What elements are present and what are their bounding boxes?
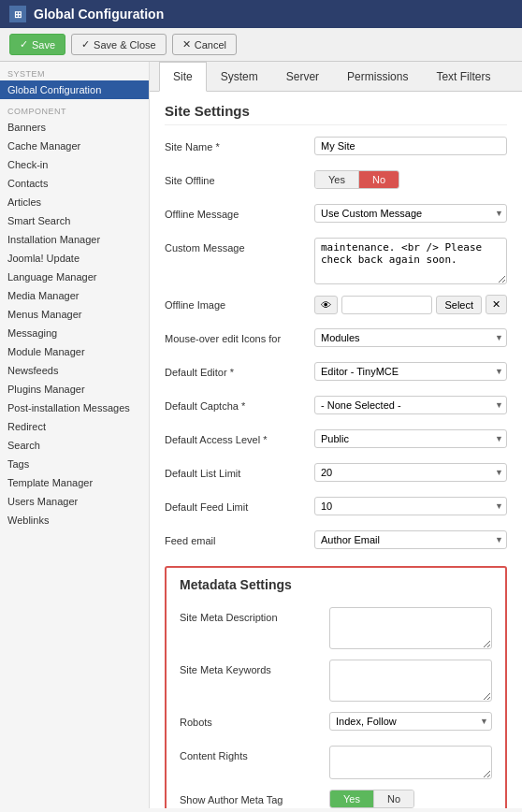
sidebar-item-messaging[interactable]: Messaging <box>0 324 149 342</box>
cancel-button[interactable]: ✕ Cancel <box>172 34 237 55</box>
offline-image-select-button[interactable]: Select <box>436 296 482 314</box>
default-captcha-row: Default Captcha * - None Selected - ▼ <box>165 396 507 422</box>
default-list-limit-select[interactable]: 20 <box>314 463 507 482</box>
mouseover-edit-select[interactable]: Modules <box>314 328 507 347</box>
show-author-meta-tag-control: Yes No <box>329 790 492 808</box>
default-list-limit-row: Default List Limit 20 ▼ <box>165 463 507 489</box>
sidebar-item-users-manager[interactable]: Users Manager <box>0 492 149 511</box>
title-bar: ⊞ Global Configuration <box>0 0 522 28</box>
default-editor-select[interactable]: Editor - TinyMCE <box>314 362 507 381</box>
toolbar: ✓ Save ✓ Save & Close ✕ Cancel <box>0 28 522 62</box>
component-section-label: COMPONENT <box>0 99 149 118</box>
show-author-meta-tag-no-button[interactable]: No <box>374 790 413 807</box>
sidebar-item-menus-manager[interactable]: Menus Manager <box>0 305 149 324</box>
site-meta-keywords-textarea[interactable] <box>329 660 492 702</box>
default-list-limit-label: Default List Limit <box>165 463 314 479</box>
sidebar-item-post-installation-messages[interactable]: Post-installation Messages <box>0 399 149 417</box>
offline-image-path-input[interactable] <box>341 296 432 314</box>
robots-select-wrap: Index, Follow ▼ <box>329 712 492 731</box>
page-title: Global Configuration <box>34 7 164 22</box>
site-offline-toggle: Yes No <box>314 170 399 189</box>
tab-text-filters[interactable]: Text Filters <box>422 62 504 92</box>
save-button[interactable]: ✓ Save <box>9 34 65 55</box>
sidebar-item-tags[interactable]: Tags <box>0 455 149 473</box>
cancel-x-icon: ✕ <box>182 38 191 51</box>
site-meta-description-textarea[interactable] <box>329 607 492 649</box>
sidebar-item-redirect[interactable]: Redirect <box>0 417 149 436</box>
sidebar-item-global-config[interactable]: Global Configuration <box>0 80 149 99</box>
tab-system[interactable]: System <box>207 62 272 92</box>
custom-message-label: Custom Message <box>165 238 314 254</box>
feed-email-select[interactable]: Author Email <box>314 530 507 549</box>
offline-image-clear-button[interactable]: ✕ <box>486 295 507 314</box>
show-author-meta-tag-row: Show Author Meta Tag Yes No <box>180 790 492 808</box>
main-content: Site System Server Permissions Text Filt… <box>150 62 522 808</box>
tab-site[interactable]: Site <box>159 62 207 92</box>
sidebar-item-articles[interactable]: Articles <box>0 193 149 211</box>
tab-server[interactable]: Server <box>272 62 333 92</box>
site-offline-row: Site Offline Yes No <box>165 170 507 196</box>
offline-message-select-wrap: Use Custom Message ▼ <box>314 204 507 223</box>
sidebar-item-search[interactable]: Search <box>0 436 149 455</box>
content-rights-label: Content Rights <box>180 746 329 761</box>
offline-message-select[interactable]: Use Custom Message <box>314 204 507 223</box>
site-meta-description-control <box>329 607 492 652</box>
content-rights-textarea[interactable] <box>329 746 492 779</box>
offline-message-label: Offline Message <box>165 204 314 220</box>
site-offline-yes-button[interactable]: Yes <box>315 171 359 188</box>
sidebar-item-module-manager[interactable]: Module Manager <box>0 342 149 361</box>
show-author-meta-tag-yes-button[interactable]: Yes <box>330 790 374 807</box>
offline-message-control: Use Custom Message ▼ <box>314 204 507 223</box>
site-name-row: Site Name * <box>165 137 507 163</box>
content-rights-control <box>329 746 492 782</box>
content-rights-row: Content Rights <box>180 746 492 782</box>
sidebar-item-plugins-manager[interactable]: Plugins Manager <box>0 380 149 399</box>
robots-label: Robots <box>180 712 329 728</box>
site-meta-keywords-row: Site Meta Keywords <box>180 660 492 704</box>
sidebar-item-smart-search[interactable]: Smart Search <box>0 211 149 230</box>
default-access-level-select[interactable]: Public <box>314 429 507 448</box>
tabs-bar: Site System Server Permissions Text Filt… <box>150 62 522 92</box>
sidebar-item-template-manager[interactable]: Template Manager <box>0 473 149 492</box>
sidebar-item-check-in[interactable]: Check-in <box>0 155 149 174</box>
sidebar-item-installation-manager[interactable]: Installation Manager <box>0 230 149 249</box>
offline-image-row: Offline Image 👁 Select ✕ <box>165 295 507 321</box>
save-close-button[interactable]: ✓ Save & Close <box>71 34 167 55</box>
sidebar-item-joomla!-update[interactable]: Joomla! Update <box>0 249 149 268</box>
mouseover-edit-label: Mouse-over edit Icons for <box>165 328 314 344</box>
sidebar-item-newsfeeds[interactable]: Newsfeeds <box>0 361 149 380</box>
sidebar: SYSTEM Global Configuration COMPONENT Ba… <box>0 62 150 808</box>
sidebar-item-banners[interactable]: Banners <box>0 118 149 137</box>
sidebar-item-weblinks[interactable]: Weblinks <box>0 511 149 529</box>
mouseover-edit-control: Modules ▼ <box>314 328 507 347</box>
default-access-level-label: Default Access Level * <box>165 429 314 445</box>
custom-message-textarea[interactable]: maintenance. <br /> Please check back ag… <box>314 238 507 284</box>
tab-permissions[interactable]: Permissions <box>333 62 422 92</box>
default-list-limit-select-wrap: 20 ▼ <box>314 463 507 482</box>
sidebar-item-media-manager[interactable]: Media Manager <box>0 286 149 305</box>
site-offline-no-button[interactable]: No <box>359 171 399 188</box>
robots-control: Index, Follow ▼ <box>329 712 492 731</box>
sidebar-item-cache-manager[interactable]: Cache Manager <box>0 137 149 155</box>
app-icon: ⊞ <box>9 6 26 22</box>
default-captcha-control: - None Selected - ▼ <box>314 396 507 414</box>
default-captcha-select-wrap: - None Selected - ▼ <box>314 396 507 414</box>
site-name-input[interactable] <box>314 137 507 155</box>
mouseover-edit-row: Mouse-over edit Icons for Modules ▼ <box>165 328 507 355</box>
feed-email-select-wrap: Author Email ▼ <box>314 530 507 549</box>
robots-select[interactable]: Index, Follow <box>329 712 492 731</box>
default-captcha-select[interactable]: - None Selected - <box>314 396 507 414</box>
offline-image-preview-button[interactable]: 👁 <box>314 296 338 314</box>
sidebar-item-contacts[interactable]: Contacts <box>0 174 149 193</box>
site-meta-keywords-control <box>329 660 492 704</box>
default-access-level-control: Public ▼ <box>314 429 507 448</box>
default-feed-limit-row: Default Feed Limit 10 ▼ <box>165 497 507 523</box>
offline-message-row: Offline Message Use Custom Message ▼ <box>165 204 507 230</box>
site-meta-keywords-label: Site Meta Keywords <box>180 660 329 675</box>
offline-image-control: 👁 Select ✕ <box>314 295 507 314</box>
site-name-control <box>314 137 507 155</box>
default-editor-label: Default Editor * <box>165 362 314 378</box>
site-meta-description-label: Site Meta Description <box>180 607 329 623</box>
default-feed-limit-select[interactable]: 10 <box>314 497 507 515</box>
sidebar-item-language-manager[interactable]: Language Manager <box>0 268 149 286</box>
